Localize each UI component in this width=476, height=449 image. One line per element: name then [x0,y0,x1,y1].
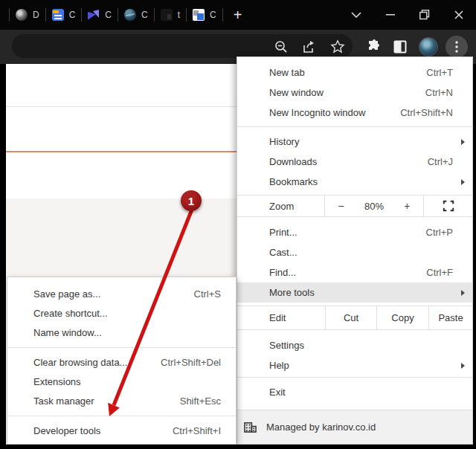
side-panel-button[interactable] [393,40,408,54]
tab-title: C [69,10,76,20]
cut-button[interactable]: Cut [325,306,376,329]
three-dot-icon [446,36,468,58]
minimize-button[interactable] [373,0,408,30]
tab-6[interactable]: C [187,0,222,30]
menu-item-shortcut: Ctrl+T [426,67,453,78]
menu-item-label: Bookmarks [269,176,453,187]
menu-item-label: More tools [269,287,453,298]
edit-row: Edit Cut Copy Paste [237,306,472,330]
browser-menu-button[interactable] [446,36,468,58]
zoom-decrease-button[interactable]: − [332,200,350,212]
tab-2[interactable]: C [46,0,82,30]
menu-separator [7,347,236,348]
planet-favicon-icon [124,9,136,21]
menu-item-downloads[interactable]: Downloads Ctrl+J [237,152,472,172]
paste-button[interactable]: Paste [428,306,472,329]
submenu-item-save-page-as[interactable]: Save page as... Ctrl+S [7,284,236,303]
tab-3[interactable]: C [82,0,118,30]
menu-separator [237,377,472,378]
close-button[interactable] [442,0,476,30]
menu-item-shortcut: Ctrl+N [425,87,453,98]
avatar [419,37,438,56]
submenu-item-name-window[interactable]: Name window... [7,323,236,342]
zoom-level-value: 80% [364,201,384,212]
menu-item-label: Clear browsing data... [33,357,161,368]
google-news-favicon-icon [52,9,64,21]
chevron-down-icon [351,12,361,18]
extensions-button[interactable] [367,39,382,54]
more-tools-submenu: Save page as... Ctrl+S Create shortcut..… [7,277,237,445]
menu-item-new-incognito-window[interactable]: New Incognito window Ctrl+Shift+N [237,103,472,123]
menu-item-shortcut: Shift+Esc [180,395,221,407]
minimize-icon [386,14,395,16]
zoom-row: Zoom − 80% + [237,195,472,217]
menu-item-new-window[interactable]: New window Ctrl+N [237,83,472,103]
zoom-increase-button[interactable]: + [398,200,416,212]
menu-item-label: Extensions [33,376,221,387]
submenu-arrow-icon [461,363,465,369]
managed-text: Managed by karinov.co.id [266,421,376,433]
fullscreen-icon [443,200,454,212]
menu-item-new-tab[interactable]: New tab Ctrl+T [237,62,472,83]
menu-item-exit[interactable]: Exit [237,382,472,402]
menu-item-label: Settings [269,340,453,351]
menu-item-find[interactable]: Find... Ctrl+F [237,262,472,282]
menu-item-label: History [269,136,453,147]
menu-item-help[interactable]: Help [237,355,472,375]
menu-item-label: Name window... [33,327,221,338]
submenu-item-developer-tools[interactable]: Developer tools Ctrl+Shift+I [7,421,236,440]
menu-item-cast[interactable]: Cast... [237,242,472,262]
zoom-out-icon [274,39,289,54]
submenu-item-task-manager[interactable]: Task manager Shift+Esc [7,391,236,410]
menu-item-shortcut: Ctrl+J [428,156,453,167]
close-icon [454,10,463,19]
tab-title: t [178,10,180,20]
restore-button[interactable] [408,0,442,30]
new-tab-button[interactable]: + [234,7,242,22]
star-icon [330,39,345,54]
menu-item-shortcut: Ctrl+S [194,288,221,300]
menu-item-settings[interactable]: Settings [237,335,472,355]
content-accent-divider [6,151,237,152]
submenu-item-create-shortcut[interactable]: Create shortcut... [7,303,236,323]
share-icon [302,39,317,54]
tab-title: C [210,10,216,20]
edit-label: Edit [237,306,325,329]
menu-spacer [237,217,472,222]
content-divider [6,106,237,107]
submenu-arrow-icon [461,179,465,185]
origami-bird-favicon-icon [88,9,100,21]
google-translate-favicon-icon [193,9,205,21]
submenu-item-clear-browsing-data[interactable]: Clear browsing data... Ctrl+Shift+Del [7,352,236,372]
zoom-out-button[interactable] [274,39,289,54]
browser-menu: New tab Ctrl+T New window Ctrl+N New Inc… [237,56,473,445]
menu-separator [7,416,236,416]
menu-item-more-tools[interactable]: More tools [237,282,472,303]
tab-strip: D C C C t C + [0,0,476,30]
menu-spacer [237,330,472,335]
fullscreen-button[interactable] [424,196,472,216]
profile-avatar[interactable] [419,37,438,56]
menu-item-label: Task manager [33,395,180,407]
bookmark-button[interactable] [330,39,345,54]
tab-1[interactable]: D [10,0,45,30]
menu-item-label: Developer tools [33,425,173,436]
submenu-item-extensions[interactable]: Extensions [7,372,236,391]
menu-item-label: Exit [269,387,453,398]
menu-item-shortcut: Ctrl+P [426,227,453,238]
tab-5[interactable]: t [155,0,186,30]
managed-notice: Managed by karinov.co.id [237,410,472,444]
menu-item-print[interactable]: Print... Ctrl+P [237,222,472,242]
tab-search-button[interactable] [339,0,373,30]
tab-4[interactable]: C [118,0,154,30]
copy-button[interactable]: Copy [376,306,428,329]
window-caption-buttons [339,0,476,30]
menu-item-bookmarks[interactable]: Bookmarks [237,172,472,192]
share-button[interactable] [302,39,317,54]
tab-separator [222,8,223,22]
menu-item-shortcut: Ctrl+F [426,267,453,278]
menu-item-label: Save page as... [33,288,194,300]
menu-item-history[interactable]: History [237,132,472,152]
enterprise-building-icon [244,421,257,433]
zoom-label: Zoom [237,196,324,216]
